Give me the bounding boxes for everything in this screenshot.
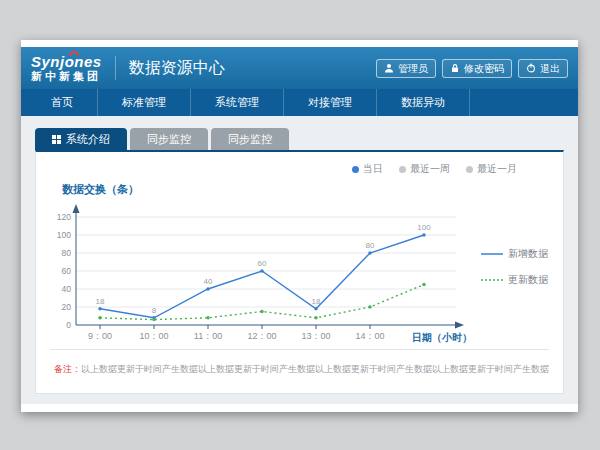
app-window: Synjones 新中新集团 数据资源中心 管理员 修改密码 (21, 40, 578, 412)
y-tick-label: 0 (66, 320, 71, 330)
change-password-button[interactable]: 修改密码 (442, 59, 512, 78)
legend-update-data[interactable]: 更新数据 (481, 273, 548, 287)
tab-bar: 系统介绍 同步监控 同步监控 (35, 128, 564, 150)
data-point (206, 316, 209, 319)
logo-text: Synjones (31, 54, 102, 70)
data-point (260, 310, 263, 313)
nav-item-home[interactable]: 首页 (27, 89, 98, 116)
footnote-text: 以上数据更新于时间产生数据以上数据更新于时间产生数据以上数据更新于时间产生数据以… (81, 364, 549, 374)
lock-icon (450, 63, 460, 73)
tab-system-intro[interactable]: 系统介绍 (35, 128, 127, 150)
logo: Synjones 新中新集团 (31, 54, 102, 82)
change-password-label: 修改密码 (464, 62, 504, 75)
y-tick-label: 100 (57, 230, 71, 240)
legend-update-data-label: 更新数据 (508, 273, 548, 287)
y-tick-label: 120 (57, 212, 71, 222)
data-point (314, 316, 317, 319)
filter-today[interactable]: 当日 (352, 162, 383, 176)
footnote-label: 备注： (54, 364, 81, 374)
y-tick-label: 60 (62, 266, 72, 276)
y-tick-label: 40 (62, 284, 72, 294)
y-tick-label: 20 (62, 302, 72, 312)
tab-system-intro-label: 系统介绍 (66, 132, 110, 147)
nav-item-data-change[interactable]: 数据异动 (377, 89, 470, 116)
data-point (368, 251, 371, 254)
admin-user-button[interactable]: 管理员 (376, 59, 436, 78)
chart-panel: 当日 最近一周 最近一月 数据交换（条） 0204060801001209：00… (35, 150, 564, 394)
filter-last-month[interactable]: 最近一月 (466, 162, 517, 176)
tab-sync-monitor-2-label: 同步监控 (228, 132, 272, 147)
data-point-label: 18 (312, 297, 321, 306)
x-tick-label: 12：00 (247, 331, 276, 341)
logo-swoosh-icon (69, 51, 79, 56)
data-point (368, 305, 371, 308)
header-actions: 管理员 修改密码 退出 (376, 59, 568, 78)
power-icon (526, 63, 536, 73)
data-point (422, 283, 425, 286)
data-point-label: 18 (96, 297, 105, 306)
x-tick-label: 10：00 (139, 331, 168, 341)
tab-sync-monitor-1[interactable]: 同步监控 (130, 128, 208, 150)
series-line-新增数据 (100, 235, 424, 318)
legend-new-data-label: 新增数据 (508, 247, 548, 261)
data-point-label: 40 (204, 277, 213, 286)
data-point (314, 307, 317, 310)
main-nav: 首页 标准管理 系统管理 对接管理 数据异动 (21, 89, 578, 116)
app-header: Synjones 新中新集团 数据资源中心 管理员 修改密码 (21, 47, 578, 89)
grid-icon (52, 135, 61, 144)
data-point-label: 8 (152, 306, 157, 315)
data-point-label: 100 (417, 223, 431, 232)
nav-item-interface-mgmt[interactable]: 对接管理 (284, 89, 377, 116)
tab-sync-monitor-1-label: 同步监控 (147, 132, 191, 147)
x-tick-label: 13：00 (301, 331, 330, 341)
admin-user-label: 管理员 (398, 62, 428, 75)
x-axis-title: 日期（小时） (412, 332, 472, 343)
nav-item-system-mgmt[interactable]: 系统管理 (191, 89, 284, 116)
series-line-更新数据 (100, 285, 424, 320)
series-legend: 新增数据 更新数据 (481, 247, 548, 287)
solid-line-icon (481, 250, 503, 258)
filter-last-week-label: 最近一周 (410, 162, 450, 176)
y-axis-arrow-icon (73, 204, 80, 213)
logo-subtext: 新中新集团 (31, 71, 102, 83)
nav-item-standard-mgmt[interactable]: 标准管理 (98, 89, 191, 116)
dotted-line-icon (481, 276, 503, 284)
tab-sync-monitor-2[interactable]: 同步监控 (211, 128, 289, 150)
filter-today-dot-icon (352, 166, 359, 173)
data-point-label: 80 (366, 241, 375, 250)
logo-wordmark: Synjones (31, 53, 102, 70)
x-tick-label: 11：00 (194, 331, 222, 341)
user-icon (384, 63, 394, 73)
range-filter: 当日 最近一周 最近一月 (352, 162, 517, 176)
page-title: 数据资源中心 (115, 56, 225, 80)
data-point (98, 316, 101, 319)
chart-row: 0204060801001209：0010：0011：0012：0013：001… (42, 199, 557, 349)
line-chart: 0204060801001209：0010：0011：0012：0013：001… (42, 199, 477, 349)
y-tick-label: 80 (62, 248, 72, 258)
filter-last-week-dot-icon (399, 166, 406, 173)
y-axis-title: 数据交换（条） (62, 182, 557, 197)
logout-button[interactable]: 退出 (518, 59, 568, 78)
x-axis-arrow-icon (455, 322, 464, 329)
logout-label: 退出 (540, 62, 560, 75)
x-tick-label: 9：00 (88, 331, 112, 341)
data-point (98, 307, 101, 310)
content-area: 系统介绍 同步监控 同步监控 当日 最近一周 (21, 116, 578, 404)
x-tick-label: 14：00 (355, 331, 384, 341)
data-point (260, 269, 263, 272)
filter-last-week[interactable]: 最近一周 (399, 162, 450, 176)
data-point (422, 233, 425, 236)
legend-new-data[interactable]: 新增数据 (481, 247, 548, 261)
data-point-label: 60 (258, 259, 267, 268)
filter-today-label: 当日 (363, 162, 383, 176)
footnote: 备注：以上数据更新于时间产生数据以上数据更新于时间产生数据以上数据更新于时间产生… (50, 349, 549, 389)
filter-last-month-label: 最近一月 (477, 162, 517, 176)
filter-last-month-dot-icon (466, 166, 473, 173)
data-point (152, 318, 155, 321)
data-point (206, 287, 209, 290)
